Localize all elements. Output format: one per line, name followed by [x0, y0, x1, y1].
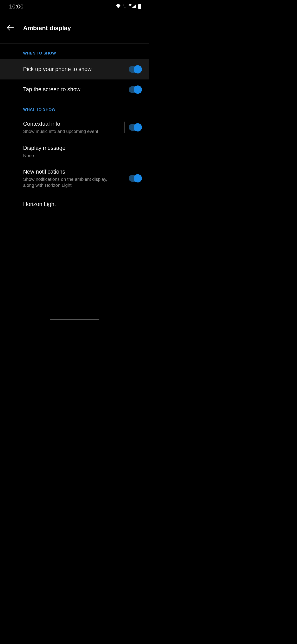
row-title: Display message [23, 144, 141, 152]
signal-icon [132, 4, 136, 9]
status-time: 10:00 [9, 3, 23, 10]
row-text-area: Pick up your phone to show [23, 66, 129, 73]
battery-icon [138, 4, 141, 10]
row-title: Horizon Light [23, 201, 141, 208]
row-subtitle: None [23, 152, 118, 159]
row-text-area: Horizon Light [23, 201, 141, 208]
svg-rect-0 [138, 4, 141, 9]
status-icons: LTE [115, 4, 141, 10]
arrow-left-icon [7, 25, 14, 31]
row-title: Tap the screen to show [23, 86, 129, 93]
wifi-icon [115, 4, 121, 9]
row-subtitle: Show music info and upcoming event [23, 128, 118, 134]
page-title: Ambient display [23, 24, 71, 32]
svg-rect-1 [139, 4, 140, 4]
row-title: Contextual info [23, 120, 122, 128]
toggle-new-notifications[interactable] [129, 175, 141, 182]
toggle-tap-screen[interactable] [129, 86, 141, 93]
row-text-area: Contextual info Show music info and upco… [23, 120, 122, 134]
section-header-when-to-show: WHEN TO SHOW [0, 44, 149, 59]
status-bar: 10:00 LTE [0, 0, 149, 13]
row-text-area: Tap the screen to show [23, 86, 129, 93]
row-title: Pick up your phone to show [23, 66, 129, 73]
data-arrows-icon [123, 4, 126, 9]
row-contextual-info[interactable]: Contextual info Show music info and upco… [0, 116, 149, 140]
toggle-contextual-info[interactable] [129, 124, 141, 131]
row-subtitle: Show notifications on the ambient displa… [23, 176, 118, 188]
toggle-pick-up-phone[interactable] [129, 66, 141, 73]
row-display-message[interactable]: Display message None [0, 140, 149, 164]
lte-label: LTE [128, 4, 132, 6]
row-title: New notifications [23, 168, 129, 176]
row-text-area: New notifications Show notifications on … [23, 168, 129, 188]
page-header: Ambient display [0, 13, 149, 44]
row-tap-screen[interactable]: Tap the screen to show [0, 80, 149, 100]
row-new-notifications[interactable]: New notifications Show notifications on … [0, 164, 149, 194]
home-indicator[interactable] [50, 319, 99, 320]
row-pick-up-phone[interactable]: Pick up your phone to show [0, 59, 149, 80]
back-button[interactable] [6, 24, 14, 32]
row-horizon-light[interactable]: Horizon Light [0, 194, 149, 214]
vertical-divider [124, 122, 125, 133]
section-header-what-to-show: WHAT TO SHOW [0, 100, 149, 116]
row-text-area: Display message None [23, 144, 141, 159]
